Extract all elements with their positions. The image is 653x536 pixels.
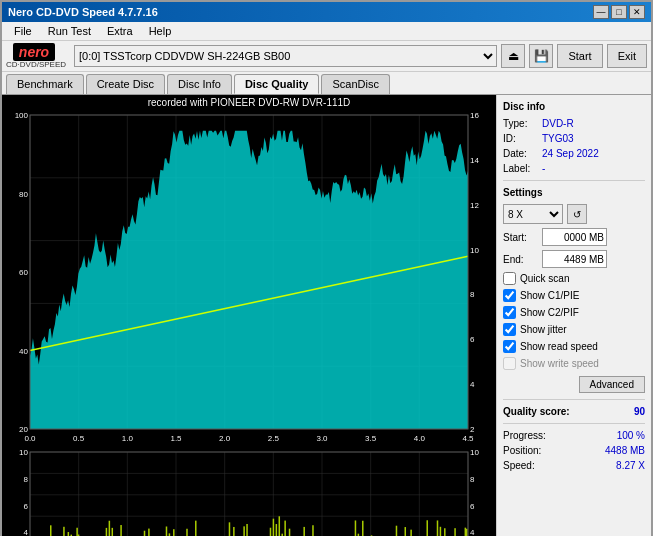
minimize-button[interactable]: — (593, 5, 609, 19)
show-jitter-label: Show jitter (520, 324, 567, 335)
tab-benchmark[interactable]: Benchmark (6, 74, 84, 94)
speed-row: 8 X ↺ (503, 204, 645, 224)
disc-type-value: DVD-R (542, 118, 574, 129)
tab-create-disc[interactable]: Create Disc (86, 74, 165, 94)
position-value: 4488 MB (605, 445, 645, 456)
start-mb-row: Start: (503, 228, 645, 246)
close-button[interactable]: ✕ (629, 5, 645, 19)
disc-label-label: Label: (503, 163, 538, 174)
position-row: Position: 4488 MB (503, 445, 645, 456)
menu-bar: File Run Test Extra Help (2, 22, 651, 41)
title-bar: Nero CD-DVD Speed 4.7.7.16 — □ ✕ (2, 2, 651, 22)
show-c1pie-checkbox[interactable] (503, 289, 516, 302)
end-mb-input[interactable] (542, 250, 607, 268)
quick-scan-row: Quick scan (503, 272, 645, 285)
show-jitter-row: Show jitter (503, 323, 645, 336)
lower-chart (2, 447, 496, 536)
charts-area: recorded with PIONEER DVD-RW DVR-111D PI… (2, 95, 496, 536)
tab-disc-info[interactable]: Disc Info (167, 74, 232, 94)
speed-selector[interactable]: 8 X (503, 204, 563, 224)
start-button[interactable]: Start (557, 44, 602, 68)
quality-score-value: 90 (634, 406, 645, 417)
show-write-speed-checkbox[interactable] (503, 357, 516, 370)
speed-label: Speed: (503, 460, 535, 471)
content-area: recorded with PIONEER DVD-RW DVR-111D PI… (2, 94, 651, 536)
start-mb-label: Start: (503, 232, 538, 243)
show-c1pie-label: Show C1/PIE (520, 290, 579, 301)
disc-id-row: ID: TYG03 (503, 133, 645, 144)
menu-run-test[interactable]: Run Test (40, 24, 99, 38)
nero-subtitle: CD·DVD/SPEED (6, 61, 66, 69)
quality-score-row: Quality score: 90 (503, 406, 645, 417)
tab-disc-quality[interactable]: Disc Quality (234, 74, 320, 94)
exit-button[interactable]: Exit (607, 44, 647, 68)
show-c2pif-row: Show C2/PIF (503, 306, 645, 319)
show-read-speed-checkbox[interactable] (503, 340, 516, 353)
divider-3 (503, 423, 645, 424)
save-icon[interactable]: 💾 (529, 44, 553, 68)
disc-date-label: Date: (503, 148, 538, 159)
show-read-speed-label: Show read speed (520, 341, 598, 352)
show-c2pif-checkbox[interactable] (503, 306, 516, 319)
refresh-icon[interactable]: ↺ (567, 204, 587, 224)
tab-bar: Benchmark Create Disc Disc Info Disc Qua… (2, 72, 651, 94)
eject-icon[interactable]: ⏏ (501, 44, 525, 68)
show-c2pif-label: Show C2/PIF (520, 307, 579, 318)
progress-label: Progress: (503, 430, 546, 441)
menu-file[interactable]: File (6, 24, 40, 38)
divider-1 (503, 180, 645, 181)
quality-score-label: Quality score: (503, 406, 570, 417)
progress-value: 100 % (617, 430, 645, 441)
disc-date-row: Date: 24 Sep 2022 (503, 148, 645, 159)
divider-2 (503, 399, 645, 400)
title-bar-buttons: — □ ✕ (593, 5, 645, 19)
quick-scan-label: Quick scan (520, 273, 569, 284)
menu-extra[interactable]: Extra (99, 24, 141, 38)
progress-row: Progress: 100 % (503, 430, 645, 441)
maximize-button[interactable]: □ (611, 5, 627, 19)
quick-scan-checkbox[interactable] (503, 272, 516, 285)
show-jitter-checkbox[interactable] (503, 323, 516, 336)
disc-id-value: TYG03 (542, 133, 574, 144)
disc-label-value: - (542, 163, 545, 174)
speed-value: 8.27 X (616, 460, 645, 471)
menu-help[interactable]: Help (141, 24, 180, 38)
nero-logo: nero (13, 43, 55, 61)
disc-id-label: ID: (503, 133, 538, 144)
end-mb-label: End: (503, 254, 538, 265)
disc-label-row: Label: - (503, 163, 645, 174)
speed-row-bottom: Speed: 8.27 X (503, 460, 645, 471)
show-c1pie-row: Show C1/PIE (503, 289, 645, 302)
disc-type-label: Type: (503, 118, 538, 129)
position-label: Position: (503, 445, 541, 456)
show-write-speed-label: Show write speed (520, 358, 599, 369)
disc-info-title: Disc info (503, 101, 645, 112)
main-window: Nero CD-DVD Speed 4.7.7.16 — □ ✕ File Ru… (0, 0, 653, 536)
advanced-button[interactable]: Advanced (579, 376, 645, 393)
tab-scan-disc[interactable]: ScanDisc (321, 74, 389, 94)
toolbar: nero CD·DVD/SPEED [0:0] TSSTcorp CDDVDW … (2, 41, 651, 72)
upper-chart (2, 110, 496, 447)
end-mb-row: End: (503, 250, 645, 268)
right-panel: Disc info Type: DVD-R ID: TYG03 Date: 24… (496, 95, 651, 536)
window-title: Nero CD-DVD Speed 4.7.7.16 (8, 6, 158, 18)
show-read-speed-row: Show read speed (503, 340, 645, 353)
start-mb-input[interactable] (542, 228, 607, 246)
drive-selector[interactable]: [0:0] TSSTcorp CDDVDW SH-224GB SB00 (74, 45, 497, 67)
chart-title: recorded with PIONEER DVD-RW DVR-111D (2, 95, 496, 110)
disc-date-value: 24 Sep 2022 (542, 148, 599, 159)
disc-type-row: Type: DVD-R (503, 118, 645, 129)
settings-title: Settings (503, 187, 645, 198)
show-write-speed-row: Show write speed (503, 357, 645, 370)
